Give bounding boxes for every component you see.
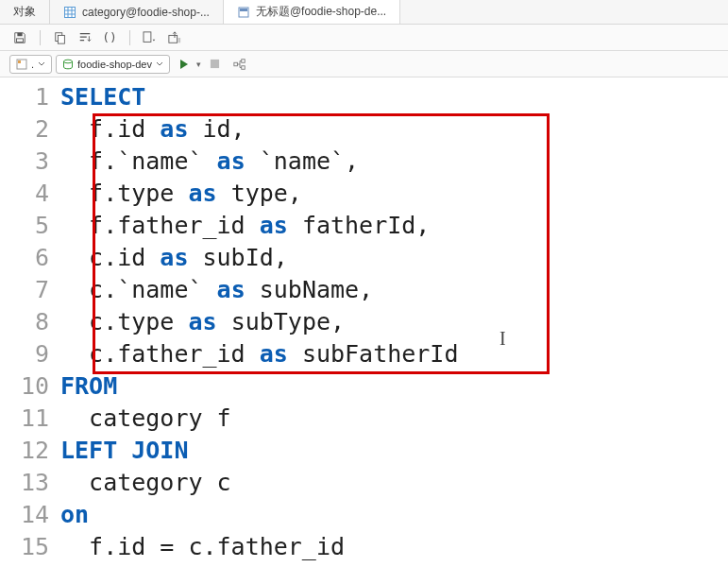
line-number: 14 [0, 499, 60, 531]
table-icon [63, 6, 76, 19]
separator [129, 30, 130, 45]
tab-label: 无标题@foodie-shop-de... [256, 4, 386, 20]
code-line: 12 LEFT JOIN [0, 435, 728, 467]
line-number: 9 [0, 338, 60, 370]
line-number: 1 [0, 81, 60, 113]
line-number: 7 [0, 274, 60, 306]
svg-rect-18 [234, 62, 238, 66]
line-number: 2 [0, 113, 60, 146]
code-line: 2 f.id as id, [0, 113, 728, 146]
sql-editor[interactable]: I 1 SELECT 2 f.id as id, 3 f.`name` as `… [0, 77, 728, 563]
svg-rect-12 [169, 35, 178, 43]
code-line: 10 FROM [0, 370, 728, 403]
svg-rect-8 [17, 38, 24, 42]
stop-icon[interactable] [205, 54, 226, 75]
line-number: 4 [0, 178, 60, 210]
line-number: 15 [0, 531, 60, 563]
code-line: 4 f.type as type, [0, 178, 728, 210]
tab-label: 对象 [13, 4, 36, 20]
tab-query[interactable]: 无标题@foodie-shop-de... [224, 0, 400, 24]
line-number: 3 [0, 146, 60, 178]
database-value: foodie-shop-dev [77, 59, 152, 70]
schema-value: . [31, 59, 34, 70]
line-number: 5 [0, 210, 60, 242]
svg-rect-13 [178, 38, 181, 43]
page-dropdown-icon[interactable] [140, 27, 161, 48]
run-icon[interactable] [174, 54, 195, 75]
svg-rect-6 [240, 9, 247, 11]
code-line: 1 SELECT [0, 81, 728, 113]
line-number: 6 [0, 242, 60, 274]
code-line: 14 on [0, 499, 728, 531]
code-line: 15 f.id = c.father_id [0, 531, 728, 563]
line-number: 12 [0, 435, 60, 467]
copy-icon[interactable] [50, 27, 71, 48]
svg-rect-20 [242, 65, 245, 69]
save-icon[interactable] [9, 27, 30, 48]
svg-rect-10 [58, 35, 64, 43]
code-line: 13 category c [0, 467, 728, 499]
tab-objects[interactable]: 对象 [0, 0, 50, 24]
line-number: 11 [0, 403, 60, 435]
svg-rect-7 [17, 32, 22, 36]
code-line: 8 c.type as subType, [0, 306, 728, 338]
svg-rect-17 [211, 60, 219, 68]
svg-rect-11 [144, 31, 151, 42]
sort-icon[interactable] [75, 27, 95, 48]
chevron-down-icon [38, 60, 45, 68]
database-icon [62, 59, 74, 70]
schema-icon [16, 59, 27, 70]
svg-rect-0 [65, 7, 76, 17]
tab-category[interactable]: category@foodie-shop-... [50, 0, 224, 24]
tab-bar: 对象 category@foodie-shop-... 无标题@foodie-s… [0, 0, 728, 25]
toolbar-1: () [0, 25, 728, 51]
code-line: 6 c.id as subId, [0, 242, 728, 274]
separator [40, 30, 41, 45]
line-number: 10 [0, 370, 60, 403]
code-line: 5 f.father_id as fatherId, [0, 210, 728, 242]
toolbar-2: . foodie-shop-dev ▾ [0, 51, 728, 77]
query-icon [237, 6, 250, 19]
svg-rect-15 [18, 60, 21, 63]
svg-point-16 [64, 60, 73, 63]
line-number: 8 [0, 306, 60, 338]
svg-rect-19 [242, 59, 245, 62]
database-selector[interactable]: foodie-shop-dev [56, 55, 170, 74]
parentheses-icon[interactable]: () [99, 27, 120, 48]
export-icon[interactable] [164, 27, 185, 48]
chevron-down-icon[interactable]: ▾ [196, 60, 201, 69]
tab-label: category@foodie-shop-... [82, 6, 210, 19]
code-line: 7 c.`name` as subName, [0, 274, 728, 306]
explain-icon[interactable] [229, 54, 250, 75]
code-line: 3 f.`name` as `name`, [0, 146, 728, 178]
schema-selector[interactable]: . [9, 55, 52, 74]
line-number: 13 [0, 467, 60, 499]
code-line: 9 c.father_id as subFatherId [0, 338, 728, 370]
code-line: 11 category f [0, 403, 728, 435]
chevron-down-icon [156, 60, 163, 68]
